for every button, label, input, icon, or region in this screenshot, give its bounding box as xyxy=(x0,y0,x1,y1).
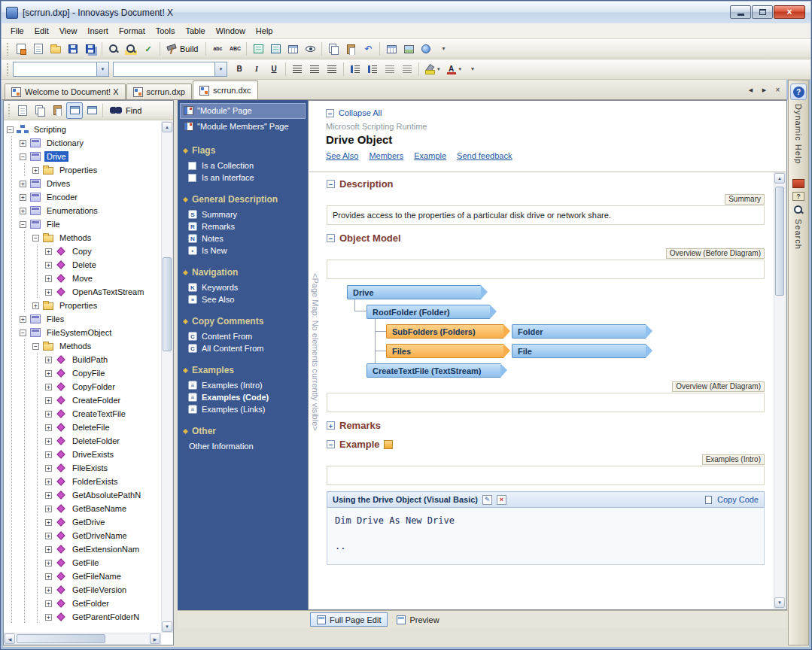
edit-example-icon[interactable]: ✎ xyxy=(482,495,492,505)
widget-preview-icon[interactable] xyxy=(267,41,284,57)
tree-expand-toggle[interactable]: + xyxy=(20,194,26,201)
outdent-icon[interactable] xyxy=(382,61,398,77)
diagram-node[interactable]: Folder xyxy=(512,324,646,339)
tree-row[interactable]: +FolderExists xyxy=(4,475,161,488)
panel-field-item[interactable]: Is a Collection xyxy=(178,159,308,172)
panel-field-item[interactable]: RRemarks xyxy=(178,220,308,232)
scroll-up-icon[interactable]: ▲ xyxy=(162,122,172,132)
menu-table[interactable]: Table xyxy=(180,25,210,37)
tree-expand-toggle[interactable]: + xyxy=(45,519,52,526)
tree-expand-toggle[interactable]: + xyxy=(45,451,52,458)
find-in-files-icon[interactable] xyxy=(123,41,139,57)
tab-welcome-to-document-x[interactable]: Welcome to Document! X xyxy=(5,84,126,99)
panel-field-item[interactable]: NNotes xyxy=(178,232,308,245)
hyperlink-icon[interactable] xyxy=(418,41,434,57)
dynamic-help-button[interactable]: ? xyxy=(790,84,807,100)
tree-expand-toggle[interactable]: + xyxy=(45,478,52,485)
checkbox-icon[interactable] xyxy=(188,162,196,170)
minimize-button[interactable] xyxy=(730,5,751,19)
paste-topic-icon[interactable] xyxy=(49,102,65,119)
view-tab-preview[interactable]: Preview xyxy=(390,612,446,627)
scrollbar-thumb[interactable] xyxy=(163,257,172,351)
tree-row[interactable]: +CopyFolder xyxy=(4,380,161,393)
scrollbar-thumb[interactable] xyxy=(775,187,784,296)
toolbar-grip[interactable] xyxy=(7,104,11,117)
tree-expand-toggle[interactable]: + xyxy=(45,560,52,566)
tree-row[interactable]: +GetFolder xyxy=(4,597,161,610)
title-bar[interactable]: [scrrun.dxp] - Innovasys Document! X × xyxy=(2,2,810,23)
tree-row[interactable]: +Enumerations xyxy=(4,204,161,217)
diagram-node[interactable]: SubFolders (Folders) xyxy=(386,324,503,339)
menu-help[interactable]: Help xyxy=(251,25,278,37)
object-model-section-header[interactable]: − Object Model xyxy=(327,232,765,244)
combo-arrow-icon[interactable]: ▼ xyxy=(214,62,227,76)
preview-eye-icon[interactable] xyxy=(302,41,318,57)
tree-expand-toggle[interactable]: + xyxy=(45,262,52,269)
link-example[interactable]: Example xyxy=(414,151,446,160)
widget-designer-icon[interactable] xyxy=(250,41,266,57)
paragraph-style-combo[interactable]: ▼ xyxy=(13,62,109,77)
page-selector-item[interactable]: "Module" Page xyxy=(180,103,306,119)
align-left-icon[interactable] xyxy=(289,61,306,77)
tree-expand-toggle[interactable]: + xyxy=(32,302,39,309)
copy-topic-icon[interactable] xyxy=(32,102,48,119)
scroll-down-icon[interactable]: ▼ xyxy=(162,621,172,632)
indent-icon[interactable] xyxy=(399,61,415,77)
menu-edit[interactable]: Edit xyxy=(29,25,54,37)
panel-field-item[interactable]: Is an Interface xyxy=(178,172,308,184)
link-send-feedback[interactable]: Send feedback xyxy=(457,151,512,160)
tree-row[interactable]: +CreateTextFile xyxy=(4,407,161,421)
open-icon[interactable] xyxy=(47,41,64,57)
copy-icon[interactable] xyxy=(325,41,342,57)
summary-field[interactable]: Provides access to the properties of a p… xyxy=(327,205,765,225)
toolbar-options-icon[interactable]: ▾ xyxy=(435,41,452,57)
toolbar-grip[interactable] xyxy=(5,43,9,56)
link-members[interactable]: Members xyxy=(369,151,403,160)
new-topic-icon[interactable] xyxy=(30,41,47,57)
find-icon[interactable] xyxy=(105,41,122,57)
undo-icon[interactable]: ↶ xyxy=(360,41,376,57)
scroll-up-icon[interactable]: ▲ xyxy=(774,173,785,184)
close-button[interactable]: × xyxy=(774,5,805,19)
tree-row[interactable]: −Scripting xyxy=(4,123,161,136)
tree-expand-toggle[interactable]: + xyxy=(45,533,52,539)
find-button[interactable]: Find xyxy=(105,105,146,117)
view-tab-full-page-edit[interactable]: Full Page Edit xyxy=(310,612,388,627)
tree-expand-toggle[interactable]: + xyxy=(20,208,26,214)
panel-field-item[interactable]: ≡Examples (Code) xyxy=(178,391,308,403)
tree-row[interactable]: +GetFileName xyxy=(4,570,161,583)
panel-field-item[interactable]: Other Information xyxy=(178,440,308,452)
tree-expand-toggle[interactable]: + xyxy=(45,289,52,296)
panel-field-item[interactable]: SSummary xyxy=(178,208,308,220)
tree-row[interactable]: +GetFile xyxy=(4,556,161,570)
save-all-icon[interactable] xyxy=(82,41,99,57)
paste-icon[interactable] xyxy=(342,41,359,57)
description-section-header[interactable]: − Description xyxy=(327,178,765,190)
tree-expand-toggle[interactable]: − xyxy=(20,153,26,160)
menu-file[interactable]: File xyxy=(5,25,29,37)
dynamic-help-label[interactable]: Dynamic Help xyxy=(794,104,803,164)
tree-expand-toggle[interactable]: − xyxy=(32,343,39,350)
panel-field-item[interactable]: ≡Examples (Intro) xyxy=(178,379,308,391)
code-example-body[interactable]: Dim Drive As New Drive .. xyxy=(327,508,765,565)
tree-expand-toggle[interactable]: + xyxy=(45,492,52,499)
menu-view[interactable]: View xyxy=(54,25,83,37)
tree-expand-toggle[interactable]: + xyxy=(45,587,52,594)
scrollbar-thumb[interactable] xyxy=(17,634,105,643)
search-doc-icon[interactable] xyxy=(793,205,804,215)
align-right-icon[interactable] xyxy=(324,61,340,77)
tree-row[interactable]: −Methods xyxy=(4,231,161,245)
numbered-list-icon[interactable] xyxy=(347,61,363,77)
tree-row[interactable]: +DeleteFolder xyxy=(4,434,161,448)
toggle-preview-icon[interactable] xyxy=(66,102,83,119)
tree-vertical-scrollbar[interactable]: ▲ ▼ xyxy=(161,121,173,633)
content-vertical-scrollbar[interactable]: ▲ ▼ xyxy=(774,172,786,609)
italic-button[interactable]: I xyxy=(248,61,265,77)
tree-expand-toggle[interactable]: − xyxy=(20,221,26,228)
tree-row[interactable]: +GetFileVersion xyxy=(4,583,161,597)
diagram-node[interactable]: Drive xyxy=(347,285,481,299)
tree-row[interactable]: +GetExtensionNam xyxy=(4,542,161,556)
tree-expand-toggle[interactable]: + xyxy=(45,438,52,445)
tree-row[interactable]: −File xyxy=(4,217,161,231)
image-icon[interactable] xyxy=(400,41,417,57)
